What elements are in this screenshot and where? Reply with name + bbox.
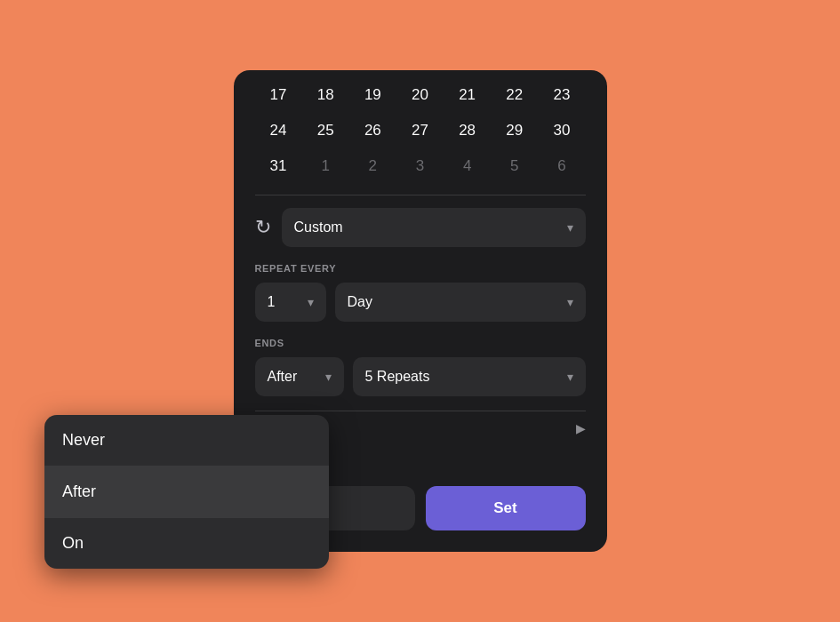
repeat-unit-dropdown[interactable]: Day ▾ xyxy=(335,283,586,322)
popup-item-on[interactable]: On xyxy=(44,518,329,569)
cal-day[interactable]: 23 xyxy=(544,79,580,111)
cal-day-muted[interactable]: 4 xyxy=(450,150,485,182)
ends-after-value: After xyxy=(268,369,298,385)
cal-day[interactable]: 21 xyxy=(450,79,485,111)
cal-day[interactable]: 24 xyxy=(260,115,296,147)
chevron-down-icon: ▾ xyxy=(567,295,573,309)
repeat-type-dropdown[interactable]: Custom ▾ xyxy=(282,208,586,247)
repeat-icon: ↻ xyxy=(255,216,271,239)
repeat-every-row: 1 ▾ Day ▾ xyxy=(255,283,586,322)
cal-day-muted[interactable]: 1 xyxy=(308,150,343,182)
cal-day[interactable]: 29 xyxy=(497,115,532,147)
calendar-row-1: 17 18 19 20 21 22 23 xyxy=(255,79,586,111)
ends-repeats-dropdown[interactable]: 5 Repeats ▾ xyxy=(353,357,586,396)
popup-item-after[interactable]: After xyxy=(44,466,329,518)
divider xyxy=(255,195,586,195)
cal-day[interactable]: 22 xyxy=(497,79,532,111)
cal-day-muted[interactable]: 3 xyxy=(402,150,437,182)
ends-row: After ▾ 5 Repeats ▾ xyxy=(255,357,586,396)
cal-day[interactable]: 26 xyxy=(355,115,390,147)
ends-label: ENDS xyxy=(255,338,586,348)
cal-day[interactable]: 25 xyxy=(308,115,343,147)
cal-day[interactable]: 30 xyxy=(544,115,580,147)
cal-day[interactable]: 20 xyxy=(402,79,437,111)
cal-day[interactable]: 31 xyxy=(260,150,296,182)
cal-day-muted[interactable]: 2 xyxy=(355,150,390,182)
chevron-right-icon: ▶ xyxy=(576,421,586,435)
ends-after-dropdown[interactable]: After ▾ xyxy=(255,357,344,396)
cal-day-muted[interactable]: 5 xyxy=(497,150,532,182)
repeat-count-value: 1 xyxy=(268,294,276,310)
cal-day[interactable]: 19 xyxy=(355,79,390,111)
chevron-down-icon: ▾ xyxy=(308,295,314,309)
calendar-section: 17 18 19 20 21 22 23 24 25 26 27 28 29 3… xyxy=(255,70,586,182)
repeat-type-value: Custom xyxy=(294,219,343,235)
popup-after-label: After xyxy=(62,482,96,501)
calendar-row-2: 24 25 26 27 28 29 30 xyxy=(255,115,586,147)
chevron-down-icon: ▾ xyxy=(567,370,573,384)
popup-never-label: Never xyxy=(62,431,105,450)
cal-day[interactable]: 27 xyxy=(402,115,437,147)
repeat-every-label: REPEAT EVERY xyxy=(255,263,586,274)
cal-day[interactable]: 17 xyxy=(260,79,296,111)
calendar-row-3: 31 1 2 3 4 5 6 xyxy=(255,150,586,182)
repeat-type-row: ↻ Custom ▾ xyxy=(255,208,586,247)
chevron-down-icon: ▾ xyxy=(325,370,332,384)
repeat-unit-value: Day xyxy=(348,294,372,310)
set-button[interactable]: Set xyxy=(426,486,586,530)
set-label: Set xyxy=(493,499,516,516)
repeat-count-dropdown[interactable]: 1 ▾ xyxy=(255,283,326,322)
cal-day[interactable]: 18 xyxy=(308,79,343,111)
chevron-down-icon: ▾ xyxy=(567,220,573,235)
popup-item-never[interactable]: Never xyxy=(44,415,329,466)
ends-repeats-value: 5 Repeats xyxy=(365,369,430,385)
popup-on-label: On xyxy=(62,534,84,553)
ends-dropdown-popup: Never After On xyxy=(44,415,329,569)
cal-day-muted[interactable]: 6 xyxy=(544,150,580,182)
cal-day[interactable]: 28 xyxy=(450,115,485,147)
